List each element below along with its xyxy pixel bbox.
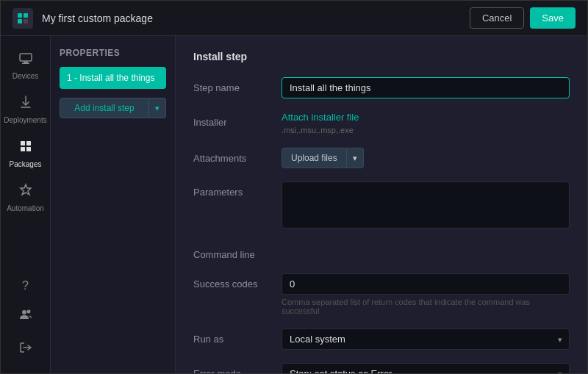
svg-rect-7 — [21, 141, 25, 145]
svg-rect-10 — [26, 147, 31, 151]
upload-files-button[interactable]: Upload files — [282, 148, 347, 168]
exit-icon — [18, 340, 33, 359]
svg-point-11 — [22, 310, 26, 314]
command-line-row: Command line — [193, 244, 570, 260]
properties-panel-title: Properties — [60, 48, 166, 58]
page-title: My first custom package — [42, 12, 153, 24]
sidebar: Devices Deployments — [1, 36, 51, 373]
run-as-row: Run as Local system Logged in user Syste… — [193, 328, 570, 350]
svg-point-12 — [26, 310, 30, 314]
svg-rect-6 — [22, 63, 29, 65]
install-step-title: Install step — [193, 51, 570, 62]
sidebar-item-devices[interactable]: Devices — [4, 45, 47, 86]
sidebar-bottom: ? — [4, 273, 47, 364]
sidebar-item-packages[interactable]: Packages — [4, 133, 47, 174]
attachments-row: Attachments Upload files ▾ — [193, 148, 570, 168]
app-container: My first custom package Cancel Save Devi… — [0, 0, 588, 374]
deployments-icon — [18, 95, 33, 113]
add-install-step-dropdown[interactable]: ▾ — [149, 98, 166, 118]
sidebar-item-help[interactable]: ? — [4, 273, 47, 298]
top-bar-actions: Cancel Save — [470, 7, 576, 29]
step-name-input[interactable] — [282, 77, 570, 98]
error-mode-content: Stop; set status as Error Continue on er… — [282, 363, 570, 373]
error-mode-select-wrap: Stop; set status as Error Continue on er… — [282, 363, 570, 373]
add-install-step-button[interactable]: Add install step — [60, 98, 149, 118]
attachments-label: Attachments — [193, 148, 282, 164]
sidebar-item-exit[interactable] — [4, 334, 47, 364]
success-codes-input[interactable] — [282, 273, 570, 295]
success-hint: Comma separated list of return codes tha… — [282, 298, 570, 315]
error-mode-label: Error mode — [193, 363, 282, 373]
svg-rect-4 — [20, 54, 32, 61]
svg-rect-8 — [26, 141, 31, 145]
automation-icon — [18, 183, 33, 201]
installer-label: Installer — [193, 112, 282, 128]
main-layout: Devices Deployments — [1, 36, 587, 373]
installer-row: Installer Attach installer file .msi,.ms… — [193, 112, 570, 134]
add-install-step-row: Add install step ▾ — [60, 98, 166, 118]
save-button[interactable]: Save — [530, 7, 576, 29]
success-codes-content: Comma separated list of return codes tha… — [282, 273, 570, 315]
parameters-label: Parameters — [193, 181, 282, 198]
success-codes-label: Success codes — [193, 273, 282, 290]
help-icon: ? — [22, 279, 29, 292]
users-icon — [18, 307, 33, 326]
installer-content: Attach installer file .msi,.msu,.msp,.ex… — [282, 112, 570, 134]
success-codes-row: Success codes Comma separated list of re… — [193, 273, 570, 315]
sidebar-item-packages-label: Packages — [10, 160, 42, 168]
attachments-content: Upload files ▾ — [282, 148, 570, 168]
top-bar: My first custom package Cancel Save — [1, 1, 587, 36]
properties-panel: Properties 1 - Install all the things Ad… — [51, 36, 176, 373]
error-mode-select[interactable]: Stop; set status as Error Continue on er… — [282, 363, 570, 373]
run-as-select[interactable]: Local system Logged in user System accou… — [282, 328, 570, 350]
upload-btn-row: Upload files ▾ — [282, 148, 570, 168]
svg-rect-1 — [24, 13, 28, 18]
svg-rect-3 — [24, 19, 28, 24]
top-bar-left: My first custom package — [12, 8, 153, 29]
svg-rect-9 — [21, 147, 25, 151]
attach-installer-link[interactable]: Attach installer file — [282, 112, 359, 123]
sidebar-item-users[interactable] — [4, 301, 47, 331]
sidebar-item-automation[interactable]: Automation — [4, 177, 47, 218]
sidebar-item-deployments-label: Deployments — [4, 116, 46, 124]
sidebar-item-devices-label: Devices — [12, 72, 39, 80]
packages-icon — [18, 139, 33, 157]
parameters-content — [282, 181, 570, 231]
sidebar-item-deployments[interactable]: Deployments — [4, 89, 47, 130]
run-as-content: Local system Logged in user System accou… — [282, 328, 570, 350]
svg-rect-2 — [18, 19, 22, 24]
error-mode-row: Error mode Stop; set status as Error Con… — [193, 363, 570, 373]
svg-rect-0 — [18, 13, 22, 18]
file-types-text: .msi,.msu,.msp,.exe — [282, 126, 570, 134]
upload-files-dropdown[interactable]: ▾ — [347, 148, 364, 168]
run-as-select-wrap: Local system Logged in user System accou… — [282, 328, 570, 350]
step-item[interactable]: 1 - Install all the things — [60, 67, 166, 89]
run-as-label: Run as — [193, 328, 282, 345]
command-line-label: Command line — [193, 244, 282, 260]
logo-icon — [12, 8, 33, 29]
parameters-row: Parameters — [193, 181, 570, 231]
sidebar-item-automation-label: Automation — [7, 204, 44, 212]
parameters-input[interactable] — [282, 181, 570, 229]
step-name-content — [282, 77, 570, 98]
cancel-button[interactable]: Cancel — [470, 7, 524, 29]
devices-icon — [18, 51, 33, 69]
install-panel: Install step Step name Installer Attach … — [176, 36, 587, 373]
step-name-row: Step name — [193, 77, 570, 98]
step-name-label: Step name — [193, 77, 282, 93]
